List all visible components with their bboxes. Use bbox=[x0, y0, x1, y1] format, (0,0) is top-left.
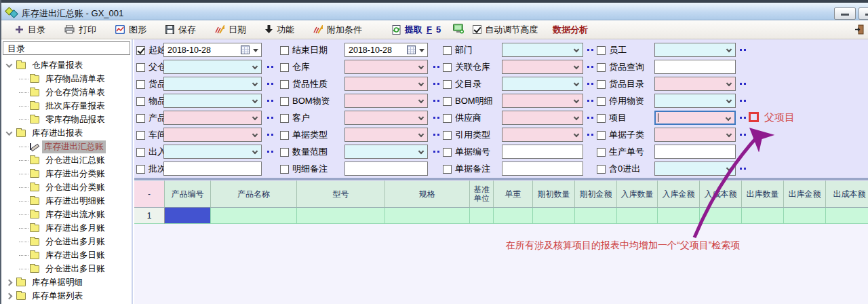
toolbar-item-print[interactable]: 打印 bbox=[64, 24, 96, 36]
more-options-dots[interactable] bbox=[267, 83, 275, 86]
selected-cell[interactable] bbox=[165, 208, 211, 224]
filter-checkbox[interactable] bbox=[136, 148, 145, 157]
more-options-dots[interactable] bbox=[267, 66, 275, 69]
table-cell[interactable] bbox=[211, 208, 297, 224]
row-number-cell[interactable]: 1 bbox=[134, 208, 165, 224]
chevron-down-icon[interactable] bbox=[1, 131, 16, 136]
table-header-cell[interactable]: 期初金额 bbox=[575, 180, 617, 208]
more-options-dots[interactable] bbox=[740, 168, 748, 170]
tree-item[interactable]: 库存进出流水账 bbox=[1, 208, 132, 221]
filter-checkbox[interactable] bbox=[136, 131, 145, 140]
filter-checkbox[interactable] bbox=[597, 80, 606, 89]
filter-select[interactable] bbox=[654, 43, 736, 57]
filter-select[interactable] bbox=[344, 77, 428, 91]
table-header-cell[interactable]: - bbox=[134, 180, 165, 208]
table-header-cell[interactable]: 出成本额 bbox=[826, 180, 868, 208]
toolbar-item-directory[interactable]: 目录 bbox=[15, 24, 45, 36]
tree-item[interactable]: 分仓进出分类账 bbox=[1, 180, 132, 194]
tree-item[interactable]: 分仓进出多日账 bbox=[1, 262, 132, 276]
table-cell[interactable] bbox=[297, 208, 385, 224]
filter-checkbox[interactable] bbox=[280, 148, 289, 157]
filter-select[interactable] bbox=[163, 128, 262, 142]
filter-input[interactable] bbox=[502, 162, 583, 176]
tree-item[interactable]: 分仓存货清单表 bbox=[1, 86, 132, 99]
table-cell[interactable] bbox=[575, 208, 617, 224]
filter-select[interactable] bbox=[502, 77, 583, 91]
filter-select[interactable] bbox=[502, 94, 583, 108]
table-header-cell[interactable]: 入成本额 bbox=[700, 180, 742, 208]
dropdown-arrow-icon[interactable] bbox=[419, 49, 425, 52]
date-field[interactable]: 2018-10-28 bbox=[344, 43, 428, 57]
filter-checkbox[interactable] bbox=[597, 114, 606, 123]
filter-select[interactable] bbox=[502, 43, 583, 57]
more-options-dots[interactable] bbox=[433, 100, 441, 102]
filter-select[interactable] bbox=[654, 128, 736, 142]
tree-item[interactable]: 库存进出多月账 bbox=[1, 221, 132, 235]
table-header-cell[interactable]: 出库金额 bbox=[784, 180, 826, 208]
chevron-right-icon[interactable] bbox=[1, 294, 16, 299]
more-options-dots[interactable] bbox=[587, 66, 595, 69]
filter-select[interactable] bbox=[344, 145, 428, 159]
tree-item-selected[interactable]: 库存进出汇总账 bbox=[1, 140, 132, 153]
tree-item[interactable]: 零库存物品报表 bbox=[1, 113, 132, 126]
table-header-cell[interactable]: 产品名称 bbox=[211, 180, 297, 208]
table-cell[interactable] bbox=[470, 208, 494, 224]
table-cell[interactable] bbox=[617, 208, 658, 224]
filter-checkbox[interactable] bbox=[136, 165, 145, 174]
more-options-dots[interactable] bbox=[267, 151, 275, 153]
tree-item[interactable]: 库存物品清单表 bbox=[1, 72, 132, 86]
calendar-icon[interactable] bbox=[407, 45, 416, 54]
toolbar-item-graph[interactable]: 图形 bbox=[115, 24, 146, 36]
filter-input[interactable] bbox=[654, 60, 736, 74]
table-cell[interactable] bbox=[533, 208, 575, 224]
filter-checkbox[interactable] bbox=[443, 97, 452, 106]
auto-height-toggle[interactable]: 自动调节高度 bbox=[473, 24, 538, 36]
filter-checkbox[interactable] bbox=[443, 63, 452, 72]
monitor-add-icon[interactable] bbox=[453, 24, 465, 36]
filter-checkbox[interactable] bbox=[280, 46, 289, 55]
auto-height-checkbox[interactable] bbox=[473, 25, 481, 34]
filter-input[interactable] bbox=[163, 162, 262, 176]
more-options-dots[interactable] bbox=[740, 83, 748, 86]
table-cell[interactable] bbox=[700, 208, 742, 224]
more-options-dots[interactable] bbox=[587, 134, 595, 136]
tree-item[interactable]: 库存进出报表 bbox=[1, 126, 132, 140]
tree-item[interactable]: 分仓进出多月账 bbox=[1, 235, 132, 248]
tree-item[interactable]: 库存单据列表 bbox=[1, 289, 132, 303]
table-header-cell[interactable]: 入库数量 bbox=[617, 180, 658, 208]
filter-checkbox[interactable] bbox=[443, 165, 452, 174]
filter-select[interactable] bbox=[654, 111, 736, 125]
table-header-cell[interactable]: 单重 bbox=[494, 180, 533, 208]
filter-select[interactable] bbox=[163, 60, 262, 74]
filter-checkbox[interactable] bbox=[136, 80, 145, 89]
filter-checkbox[interactable] bbox=[597, 148, 606, 157]
filter-select[interactable] bbox=[163, 94, 262, 108]
table-cell[interactable] bbox=[742, 208, 784, 224]
filter-checkbox[interactable] bbox=[597, 46, 606, 55]
more-options-dots[interactable] bbox=[740, 134, 748, 136]
filter-checkbox[interactable] bbox=[443, 46, 452, 55]
exit-door-icon[interactable] bbox=[854, 24, 864, 37]
toolbar-item-date[interactable]: 日期 bbox=[215, 24, 246, 36]
table-header-cell[interactable]: 基准单位 bbox=[470, 180, 494, 208]
filter-select[interactable] bbox=[344, 111, 428, 125]
filter-checkbox[interactable] bbox=[597, 165, 606, 174]
more-options-dots[interactable] bbox=[433, 151, 441, 153]
filter-checkbox[interactable] bbox=[597, 97, 606, 106]
filter-select[interactable] bbox=[163, 111, 262, 125]
maximize-button[interactable] bbox=[859, 7, 868, 20]
tree-item[interactable]: 库存进出分类账 bbox=[1, 167, 132, 180]
filter-checkbox[interactable] bbox=[443, 114, 452, 123]
more-options-dots[interactable] bbox=[433, 117, 441, 119]
toolbar-item-extract-f5[interactable]: 提取F5 bbox=[392, 24, 441, 36]
table-cell[interactable] bbox=[826, 208, 868, 224]
filter-select[interactable] bbox=[502, 128, 583, 142]
filter-select[interactable] bbox=[654, 94, 736, 108]
more-options-dots[interactable] bbox=[587, 49, 595, 52]
chevron-right-icon[interactable] bbox=[1, 280, 16, 285]
more-options-dots[interactable] bbox=[267, 117, 275, 119]
filter-checkbox[interactable] bbox=[443, 80, 452, 89]
filter-checkbox[interactable] bbox=[280, 63, 289, 72]
filter-select[interactable] bbox=[344, 60, 428, 74]
filter-select[interactable] bbox=[502, 60, 583, 74]
